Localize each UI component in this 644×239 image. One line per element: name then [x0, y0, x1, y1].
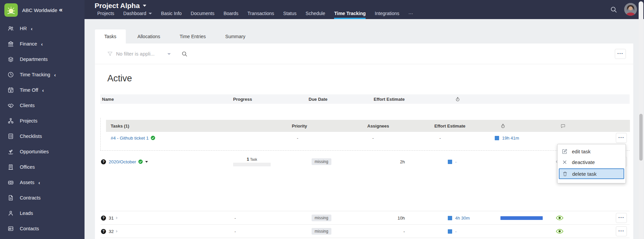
subcolumn-header-assignees[interactable]: Assignees	[367, 120, 389, 132]
project-nav-dashboard[interactable]: Dashboard	[123, 11, 152, 19]
progress-count: 1Task	[247, 157, 257, 162]
timer-square-icon[interactable]	[495, 136, 499, 140]
column-header-effort[interactable]: Effort Estimate	[374, 94, 405, 104]
user-avatar[interactable]	[624, 3, 637, 16]
project-title-dropdown[interactable]: Project Alpha	[95, 2, 146, 10]
filter-bar: No filter is appli... ···	[95, 44, 633, 64]
menu-item-delete-task[interactable]: delete task	[559, 168, 624, 179]
people-icon	[7, 25, 14, 32]
menu-item-edit-task[interactable]: edit task	[557, 146, 626, 157]
trash-icon	[562, 171, 568, 177]
stopwatch-icon	[500, 120, 505, 132]
row-name-link[interactable]: 2020/October	[109, 159, 136, 164]
tracked-time-link[interactable]: -	[455, 159, 457, 164]
company-logo-sunrise-icon[interactable]	[4, 3, 18, 17]
tab-summary[interactable]: Summary	[218, 29, 253, 44]
caret-down-icon[interactable]	[167, 53, 171, 55]
tracked-time-link[interactable]: 19h 41m	[502, 136, 519, 141]
caret-down-icon	[149, 13, 152, 14]
nav-label: ···	[409, 11, 413, 16]
column-header-name[interactable]: Name	[102, 94, 114, 104]
missing-badge: missing	[312, 158, 331, 165]
project-nav-time-tracking[interactable]: Time Tracking	[334, 11, 366, 19]
project-nav-[interactable]: ···	[409, 11, 413, 19]
timer-square-icon[interactable]	[448, 216, 452, 220]
search-icon[interactable]	[610, 6, 617, 13]
caret-down-icon	[143, 5, 146, 7]
content-card: No filter is appli... ··· Active Name Pr…	[95, 44, 633, 239]
scrollbar-thumb[interactable]	[639, 114, 643, 161]
subtask-link[interactable]: #4 - Github ticket 1	[111, 136, 149, 141]
stopwatch-icon	[455, 94, 460, 104]
sprout-icon	[7, 148, 14, 155]
tab-time-entries[interactable]: Time Entries	[172, 29, 214, 44]
project-nav-schedule[interactable]: Schedule	[306, 11, 325, 19]
filter-search-icon[interactable]	[181, 51, 187, 57]
row-more-button[interactable]: ···	[616, 213, 627, 223]
nav-label: Projects	[97, 11, 114, 16]
sidebar-collapse-icon[interactable]: «	[59, 6, 63, 13]
project-nav-basic-info[interactable]: Basic Info	[161, 11, 181, 19]
tab-allocations[interactable]: Allocations	[130, 29, 168, 44]
sidebar-item-offices[interactable]: Offices	[0, 161, 85, 173]
tab-tasks[interactable]: Tasks	[95, 29, 126, 44]
column-header-progress[interactable]: Progress	[233, 94, 252, 104]
sidebar-item-label: Finance	[20, 41, 37, 47]
sidebar-item-checklists[interactable]: Checklists	[0, 131, 85, 142]
eye-icon[interactable]	[556, 215, 564, 221]
subtask-name-cell: #4 - Github ticket 1	[111, 132, 155, 144]
tracked-time-link[interactable]: 4h 30m	[455, 216, 470, 221]
sidebar-item-time-off[interactable]: Time Off‹	[0, 84, 85, 96]
eye-icon[interactable]	[556, 229, 564, 234]
row-more-cell: ···	[616, 211, 627, 225]
subcolumn-header-priority[interactable]: Priority	[292, 120, 307, 132]
filter-dropdown[interactable]: No filter is appli...	[116, 51, 155, 57]
tracked-time-link[interactable]: -	[455, 229, 457, 234]
table-row-analyst-08445: ?Analyst - 08445-missing--···	[100, 238, 630, 239]
sidebar-item-finance[interactable]: Finance‹	[0, 38, 85, 50]
sidebar-item-projects[interactable]: Projects	[0, 115, 85, 127]
sidebar-item-time-tracking[interactable]: Time Tracking‹	[0, 69, 85, 80]
row-more-button[interactable]: ···	[616, 226, 627, 236]
sidebar-item-opportunities[interactable]: Opportunities	[0, 146, 85, 157]
project-nav-projects[interactable]: Projects	[97, 11, 114, 19]
row-effort-cell: -	[348, 225, 405, 238]
sidebar-item-clients[interactable]: Clients	[0, 100, 85, 111]
filter-more-button[interactable]: ···	[615, 49, 626, 59]
table-row-31: ?31-missing10h4h 30m···	[100, 211, 630, 225]
timer-square-icon[interactable]	[448, 160, 452, 164]
chevron-left-icon: ‹	[42, 88, 44, 93]
context-menu: edit taskdeactivatedelete task	[557, 144, 626, 183]
sidebar-item-contacts[interactable]: Contacts	[0, 223, 85, 234]
project-nav-transactions[interactable]: Transactions	[248, 11, 274, 19]
menu-item-deactivate[interactable]: deactivate	[557, 157, 626, 167]
timer-square-icon[interactable]	[448, 229, 452, 234]
handshake-icon	[7, 102, 14, 109]
scrollbar-track[interactable]	[639, 1, 643, 239]
row-expand-caret[interactable]	[116, 230, 118, 233]
sidebar-item-leads[interactable]: Leads	[0, 208, 85, 219]
nav-label: Integrations	[375, 11, 399, 16]
project-nav-status[interactable]: Status	[283, 11, 297, 19]
content-tabs: TasksAllocationsTime EntriesSummary	[95, 29, 253, 44]
row-timer-cell: 4h 30m	[448, 211, 470, 225]
sidebar-item-label: Contacts	[20, 226, 39, 231]
sidebar-item-assets[interactable]: Assets‹	[0, 177, 85, 188]
question-badge-icon: ?	[101, 159, 106, 164]
row-name-cell: ?31	[101, 211, 118, 225]
building-icon	[7, 164, 14, 170]
row-name-cell: ?2020/October	[101, 155, 148, 169]
project-nav-documents[interactable]: Documents	[191, 11, 215, 19]
id-card-icon	[7, 225, 14, 232]
project-nav-integrations[interactable]: Integrations	[375, 11, 399, 19]
subcolumn-header-effort[interactable]: Effort Estimate	[434, 120, 465, 132]
subtask-more-button[interactable]: ···	[616, 133, 627, 143]
sidebar-item-hr[interactable]: HR‹	[0, 23, 85, 34]
sidebar-item-contracts[interactable]: Contracts	[0, 192, 85, 204]
project-title: Project Alpha	[95, 2, 140, 10]
row-expand-caret[interactable]	[145, 161, 148, 163]
row-expand-caret[interactable]	[116, 217, 118, 219]
sidebar-item-departments[interactable]: Departments	[0, 54, 85, 65]
column-header-due[interactable]: Due Date	[309, 94, 327, 104]
project-nav-boards[interactable]: Boards	[223, 11, 238, 19]
